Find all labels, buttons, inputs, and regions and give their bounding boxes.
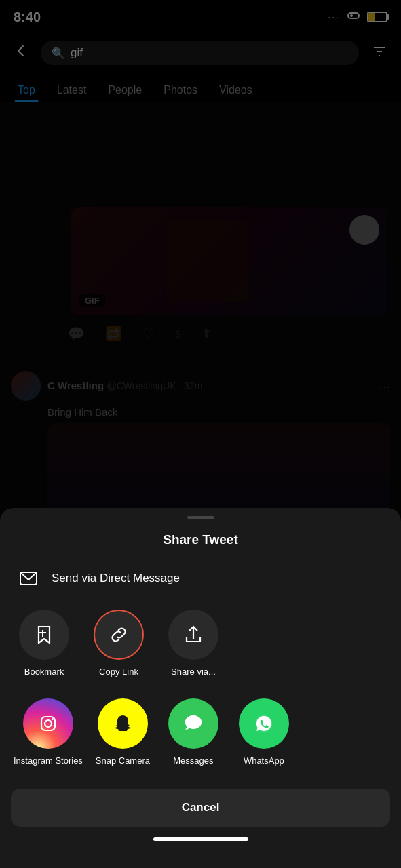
home-indicator bbox=[153, 837, 248, 841]
svg-point-8 bbox=[45, 720, 52, 727]
svg-point-9 bbox=[52, 718, 54, 720]
share-via-label: Share via... bbox=[171, 667, 216, 677]
whatsapp-icon bbox=[239, 698, 289, 749]
bookmark-label: Bookmark bbox=[24, 667, 64, 677]
copy-link-label: Copy Link bbox=[99, 667, 138, 677]
snapchat-icon bbox=[98, 698, 148, 749]
apps-row: Instagram Stories Snap Camera bbox=[0, 698, 401, 767]
dm-row[interactable]: Send via Direct Message bbox=[0, 566, 401, 591]
instagram-app[interactable]: Instagram Stories bbox=[14, 698, 83, 767]
copy-link-action[interactable]: Copy Link bbox=[88, 610, 149, 677]
bookmark-action[interactable]: Bookmark bbox=[14, 610, 75, 677]
sheet-handle bbox=[187, 516, 214, 519]
snapchat-app[interactable]: Snap Camera bbox=[92, 698, 153, 767]
messages-app[interactable]: Messages bbox=[163, 698, 224, 767]
sheet-title: Share Tweet bbox=[0, 532, 401, 547]
share-via-circle bbox=[168, 610, 218, 660]
bookmark-circle bbox=[19, 610, 69, 660]
instagram-label: Instagram Stories bbox=[14, 755, 83, 767]
messages-icon bbox=[168, 698, 218, 749]
snapchat-label: Snap Camera bbox=[96, 755, 150, 767]
whatsapp-app[interactable]: WhatsApp bbox=[233, 698, 294, 767]
whatsapp-label: WhatsApp bbox=[244, 755, 284, 767]
bottom-sheet: Share Tweet Send via Direct Message Book… bbox=[0, 508, 401, 868]
dm-label: Send via Direct Message bbox=[52, 572, 180, 585]
messages-label: Messages bbox=[173, 755, 213, 767]
dm-icon bbox=[16, 566, 41, 591]
instagram-icon bbox=[23, 698, 73, 749]
actions-row: Bookmark Copy Link Share via... bbox=[0, 610, 401, 677]
share-via-action[interactable]: Share via... bbox=[163, 610, 224, 677]
copy-link-circle bbox=[94, 610, 144, 660]
cancel-button[interactable]: Cancel bbox=[11, 789, 390, 827]
